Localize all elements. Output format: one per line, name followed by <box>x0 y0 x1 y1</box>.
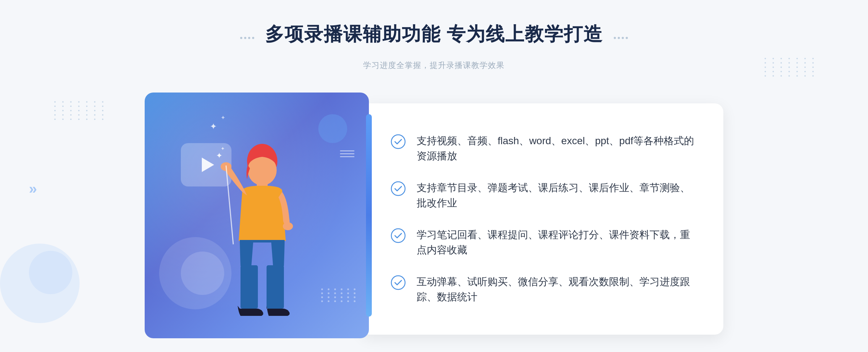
title-deco-left <box>240 37 254 39</box>
illus-circle-top <box>318 114 347 143</box>
svg-point-13 <box>391 276 405 289</box>
feature-text-1: 支持视频、音频、flash、word、excel、ppt、pdf等各种格式的资源… <box>417 133 694 164</box>
character-illustration: ✦ ✦ <box>208 139 316 338</box>
star-decoration-1: ✦ <box>210 121 217 132</box>
check-circle-icon-4 <box>391 275 406 290</box>
check-circle-icon-3 <box>391 228 406 243</box>
svg-text:✦: ✦ <box>216 151 222 160</box>
svg-point-5 <box>283 222 293 230</box>
svg-text:✦: ✦ <box>221 146 225 151</box>
page-header: 多项录播课辅助功能 专为线上教学打造 学习进度全掌握，提升录播课教学效果 <box>240 22 628 71</box>
svg-rect-7 <box>267 265 284 309</box>
check-circle-icon-2 <box>391 181 406 196</box>
title-deco-right <box>614 37 628 39</box>
page-title: 多项录播课辅助功能 专为线上教学打造 <box>265 22 603 47</box>
left-chevron-icon: » <box>29 181 37 197</box>
page-wrapper: » 多项录播课辅助功能 专为线上教学打造 学习进度全掌握，提升录播课教学效果 <box>0 0 868 352</box>
page-subtitle: 学习进度全掌握，提升录播课教学效果 <box>240 60 628 71</box>
svg-rect-6 <box>241 265 258 309</box>
bg-dots-right <box>765 58 817 77</box>
feature-item-4: 互动弹幕、试听购买、微信分享、观看次数限制、学习进度跟踪、数据统计 <box>391 274 694 305</box>
content-area: ✦ ✦ <box>145 93 723 345</box>
feature-text-4: 互动弹幕、试听购买、微信分享、观看次数限制、学习进度跟踪、数据统计 <box>417 274 694 305</box>
features-card: 支持视频、音频、flash、word、excel、ppt、pdf等各种格式的资源… <box>362 103 723 335</box>
bg-dots-left <box>54 101 107 120</box>
check-circle-icon-1 <box>391 134 406 149</box>
illus-accent-bar <box>366 114 372 317</box>
illus-lines <box>340 150 354 157</box>
svg-point-10 <box>391 135 405 149</box>
feature-text-3: 学习笔记回看、课程提问、课程评论打分、课件资料下载，重点内容收藏 <box>417 227 694 258</box>
feature-text-2: 支持章节目录、弹题考试、课后练习、课后作业、章节测验、批改作业 <box>417 180 694 211</box>
illus-dot-pattern <box>321 288 358 302</box>
feature-item-2: 支持章节目录、弹题考试、课后练习、课后作业、章节测验、批改作业 <box>391 180 694 211</box>
svg-point-11 <box>391 182 405 196</box>
feature-item-1: 支持视频、音频、flash、word、excel、ppt、pdf等各种格式的资源… <box>391 133 694 164</box>
illustration-card: ✦ ✦ <box>145 93 369 338</box>
svg-point-12 <box>391 229 405 242</box>
star-decoration-2: ✦ <box>221 114 225 121</box>
bg-circle-small <box>29 251 72 294</box>
feature-item-3: 学习笔记回看、课程提问、课程评论打分、课件资料下载，重点内容收藏 <box>391 227 694 258</box>
